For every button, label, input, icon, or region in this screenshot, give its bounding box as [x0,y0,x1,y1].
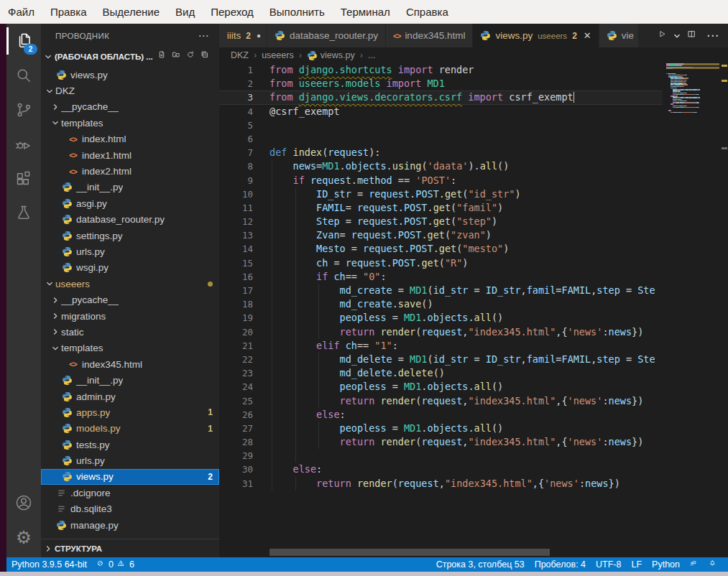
horizontal-scrollbar[interactable] [269,549,550,556]
tree-item-database_roouter.py[interactable]: database_roouter.py [41,212,219,228]
tree-item-templates[interactable]: templates [41,340,219,356]
tree-item-DKZ[interactable]: DKZ [41,83,219,98]
tree-item-tests.py[interactable]: tests.py [41,437,219,452]
code-line-30[interactable]: 30 else: [219,463,663,476]
tree-item-urls.py[interactable]: urls.py [41,243,219,259]
tree-item-migrations[interactable]: migrations [41,308,219,324]
feedback-button[interactable] [685,557,704,572]
menu-5[interactable]: Выполнить [262,0,333,24]
tab-iiits[interactable]: iiits2● [219,24,267,47]
code-line-29[interactable]: 29 [219,449,663,463]
code-line-4[interactable]: 4@csrf_exempt [219,105,663,119]
indentation[interactable]: Пробелов: 4 [530,557,591,572]
tree-item-__init__.py[interactable]: __init__.py [41,180,219,195]
overview-ruler[interactable] [720,24,728,557]
code-line-16[interactable]: 16 if ch== "0": [219,270,663,284]
tree-item-useeers[interactable]: useeers [41,276,219,292]
tree-item-asgi.py[interactable]: asgi.py [41,195,219,211]
tree-item-apps.py[interactable]: apps.py1 [41,404,219,420]
activity-settings-gear[interactable]: ⚙ [6,520,41,554]
code-line-13[interactable]: 13 Zvan= request.POST.get("zvan") [219,228,663,242]
sidebar-more-actions-icon[interactable]: ⋯ [198,29,209,42]
tree-item-settings.py[interactable]: settings.py [41,228,219,243]
run-dropdown[interactable] [673,24,684,47]
code-line-5[interactable]: 5 [219,119,663,132]
activity-account[interactable] [6,486,41,520]
menu-3[interactable]: Вид [167,0,203,24]
cursor-position[interactable]: Строка 3, столбец 53 [431,557,530,572]
breadcrumb-item-useeers[interactable]: useeers [262,50,293,60]
tree-item-manage.py[interactable]: manage.py [41,517,219,533]
tree-item-templates[interactable]: templates [41,115,219,131]
run-button[interactable] [655,24,673,47]
code-line-2[interactable]: 2from useeers.models import MD1 [219,77,663,90]
tree-item-wsgi.py[interactable]: wsgi.py [41,260,219,276]
code-line-19[interactable]: 19 peopless = MD1.objects.all() [219,311,663,325]
code-line-26[interactable]: 26 else: [219,408,663,422]
code-line-11[interactable]: 11 FAMIL= request.POST.get("famil") [219,201,663,215]
close-icon[interactable]: ✕ [584,30,591,41]
tree-item-index2.html[interactable]: <>index2.html [41,163,219,179]
tab-vie[interactable]: vie [599,24,638,47]
code-line-28[interactable]: 28 return render(request,"index345.html"… [219,435,663,449]
code-line-6[interactable]: 6 [219,132,663,146]
code-line-27[interactable]: 27 peopless = MD1.objects.all() [219,422,663,435]
code-line-10[interactable]: 10 ID_str = request.POST.get("id_str") [219,187,663,201]
bell-button[interactable] [704,557,724,572]
tab-database_roouter.py[interactable]: database_roouter.py [267,24,385,47]
code-line-7[interactable]: 7def index(request): [219,146,663,159]
tree-item-__pycache__[interactable]: __pycache__ [41,99,219,115]
tree-item-admin.py[interactable]: admin.py [41,389,219,404]
workspace-section-header[interactable]: (РАБОЧАЯ ОБЛАСТЬ) ... [41,48,219,65]
code-area[interactable]: 1from django.shortcuts import render2fro… [219,63,663,557]
menu-0[interactable]: Файл [0,0,42,24]
tree-item-db.sqlite3[interactable]: db.sqlite3 [41,501,219,517]
activity-search[interactable] [6,58,41,93]
breadcrumb-item-...[interactable]: ... [368,50,375,60]
activity-extensions[interactable] [6,162,41,196]
code-line-17[interactable]: 17 md_create = MD1(id_str = ID_str,famil… [219,284,663,297]
new-file-icon[interactable] [156,50,170,64]
activity-source-control[interactable] [6,93,41,127]
tree-item-.dcignore[interactable]: .dcignore [41,485,219,501]
tree-item-urls.py[interactable]: urls.py [41,452,219,468]
code-line-22[interactable]: 22 md_delete = MD1(id_str = ID_str,famil… [219,353,663,366]
code-line-25[interactable]: 25 return render(request,"index345.html"… [219,394,663,408]
python-version[interactable]: Python 3.9.5 64-bit [6,557,92,572]
menu-4[interactable]: Переход [203,0,262,24]
tree-item-__init__.py[interactable]: __init__.py [41,372,219,388]
code-line-23[interactable]: 23 md_delete.delete() [219,366,663,380]
activity-explorer[interactable]: 2 [6,24,41,58]
menu-6[interactable]: Терминал [333,0,398,24]
code-line-20[interactable]: 20 return render(request,"index345.html"… [219,325,663,339]
split-editor-button[interactable] [684,24,703,47]
code-line-9[interactable]: 9 if request.method == 'POST': [219,174,663,187]
tree-item-__pycache__[interactable]: __pycache__ [41,292,219,307]
tree-item-index.html[interactable]: <>index.html [41,131,219,147]
menu-2[interactable]: Выделение [95,0,167,24]
breadcrumb-item-DKZ[interactable]: DKZ [231,50,249,60]
refresh-icon[interactable] [185,50,199,64]
menu-7[interactable]: Справка [398,0,456,24]
minimap[interactable] [666,63,719,557]
code-line-24[interactable]: 24 peopless = MD1.objects.all() [219,380,663,394]
tab-views.py[interactable]: views.pyuseeers2✕ [473,24,598,47]
code-line-14[interactable]: 14 Mesto = request.POST.get("mesto") [219,242,663,256]
code-line-31[interactable]: 31 return render(request,"index345.html"… [219,477,663,491]
tree-item-views.py[interactable]: views.py2 [41,469,219,485]
language-mode[interactable]: Python [647,557,685,572]
menu-1[interactable]: Правка [42,0,95,24]
code-line-21[interactable]: 21 elif ch== "1": [219,339,663,353]
activity-testing[interactable] [6,196,41,231]
collapse-all-icon[interactable] [199,50,213,64]
eol[interactable]: LF [626,557,647,572]
tree-item-index1.html[interactable]: <>index1.html [41,147,219,163]
code-line-3[interactable]: 3from django.views.decorators.csrf impor… [219,90,663,104]
more-actions-button[interactable]: ⋯ [703,24,722,47]
problems-status[interactable]: 06 [92,557,144,572]
breadcrumb-item-views.py[interactable]: views.py [307,50,355,61]
tree-item-views.py[interactable]: views.py [41,67,219,83]
new-folder-icon[interactable] [170,50,185,64]
code-line-15[interactable]: 15 ch = request.POST.get("R") [219,256,663,270]
tree-item-index345.html[interactable]: <>index345.html [41,356,219,372]
